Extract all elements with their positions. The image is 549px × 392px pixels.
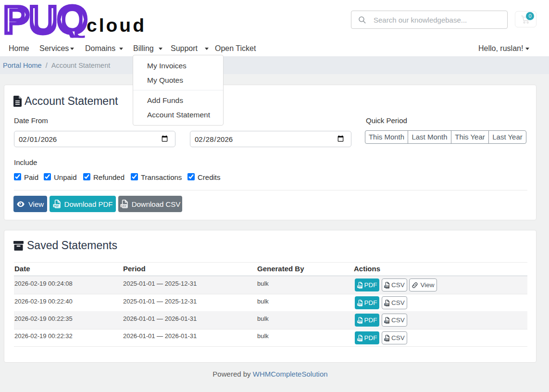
svg-text:CSV: CSV bbox=[121, 204, 126, 207]
svg-text:cloud: cloud bbox=[87, 15, 146, 36]
svg-text:PDF: PDF bbox=[357, 320, 362, 323]
svg-text:PUQ: PUQ bbox=[4, 3, 87, 41]
svg-text:PDF: PDF bbox=[357, 285, 362, 288]
svg-text:CSV: CSV bbox=[385, 285, 389, 288]
svg-text:PDF: PDF bbox=[357, 338, 362, 341]
svg-text:CSV: CSV bbox=[385, 338, 389, 341]
svg-text:CSV: CSV bbox=[385, 320, 389, 323]
svg-text:PDF: PDF bbox=[54, 204, 59, 207]
svg-text:PDF: PDF bbox=[357, 303, 362, 305]
svg-text:CSV: CSV bbox=[385, 303, 389, 305]
